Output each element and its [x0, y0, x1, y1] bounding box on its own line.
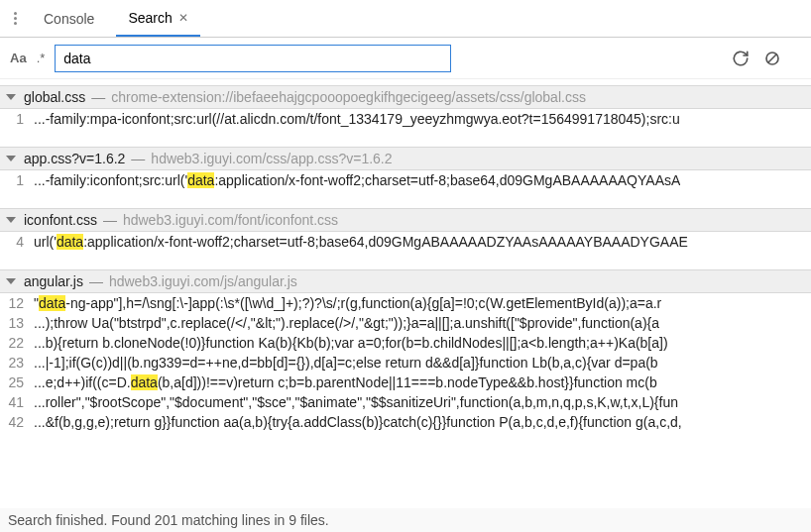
line-number: 13 — [0, 315, 34, 331]
line-content: ...);throw Ua("btstrpd",c.replace(/</,"&… — [34, 315, 659, 331]
tab-search[interactable]: Search ✕ — [116, 0, 199, 37]
regex-toggle[interactable]: .* — [37, 51, 46, 65]
match-highlight: data — [187, 172, 214, 188]
chevron-down-icon — [6, 156, 16, 161]
line-number: 41 — [0, 394, 34, 410]
kebab-menu-icon[interactable] — [8, 12, 22, 25]
match-highlight: data — [131, 374, 158, 390]
line-number: 22 — [0, 335, 34, 351]
line-content: ...-family:mpa-iconfont;src:url(//at.ali… — [34, 111, 680, 127]
result-line[interactable]: 4url('data:application/x-font-woff2;char… — [0, 232, 811, 252]
file-name: angular.js — [24, 273, 83, 289]
result-line[interactable]: 1...-family:mpa-iconfont;src:url(//at.al… — [0, 109, 811, 129]
line-content: ...roller","$rootScope","$document","$sc… — [34, 394, 678, 410]
file-path: hdweb3.iguyi.com/css/app.css?v=1.6.2 — [151, 151, 392, 166]
file-path: hdweb3.iguyi.com/js/angular.js — [109, 273, 297, 289]
result-line[interactable]: 12"data-ng-app"],h=/\sng[:\-]app(:\s*([\… — [0, 293, 811, 313]
result-line[interactable]: 41...roller","$rootScope","$document","$… — [0, 392, 811, 412]
match-highlight: data — [39, 295, 65, 311]
file-path: hdweb3.iguyi.com/font/iconfont.css — [123, 212, 338, 228]
result-group-header[interactable]: angular.js — hdweb3.iguyi.com/js/angular… — [0, 269, 811, 293]
tab-bar: Console Search ✕ — [0, 0, 811, 38]
status-bar: Search finished. Found 201 matching line… — [0, 508, 811, 532]
line-content: ...|-1];if(G(c))d||(b.ng339=d=++ne,d=bb[… — [34, 355, 658, 371]
chevron-down-icon — [6, 94, 16, 100]
result-line[interactable]: 1...-family:iconfont;src:url('data:appli… — [0, 170, 811, 190]
result-line[interactable]: 42...&f(b,g,g,e);return g}}function aa(a… — [0, 412, 811, 432]
file-name: iconfont.css — [24, 212, 97, 228]
clear-icon[interactable] — [763, 50, 781, 67]
result-line[interactable]: 13...);throw Ua("btstrpd",c.replace(/</,… — [0, 313, 811, 333]
result-group-header[interactable]: iconfont.css — hdweb3.iguyi.com/font/ico… — [0, 208, 811, 232]
result-line[interactable]: 25...e;d++)if((c=D.data(b,a[d]))!==v)ret… — [0, 372, 811, 392]
search-toolbar: Aa .* — [0, 38, 811, 79]
refresh-icon[interactable] — [732, 50, 750, 67]
search-results: global.css — chrome-extension://ibefaeeh… — [0, 85, 811, 432]
line-number: 12 — [0, 295, 34, 311]
line-content: ...b){return b.cloneNode(!0)}function Ka… — [34, 335, 668, 351]
line-number: 25 — [0, 374, 34, 390]
close-icon[interactable]: ✕ — [178, 11, 188, 25]
file-name: app.css?v=1.6.2 — [24, 151, 125, 166]
line-number: 23 — [0, 355, 34, 371]
match-highlight: data — [57, 234, 83, 250]
line-number: 4 — [0, 234, 34, 250]
chevron-down-icon — [6, 278, 16, 284]
tab-label: Search — [128, 10, 172, 26]
line-content: ...e;d++)if((c=D.data(b,a[d]))!==v)retur… — [34, 374, 657, 390]
result-group-header[interactable]: global.css — chrome-extension://ibefaeeh… — [0, 85, 811, 109]
tab-label: Console — [44, 11, 94, 27]
file-path: chrome-extension://ibefaeehajgcpooopoegk… — [111, 89, 586, 105]
result-line[interactable]: 22...b){return b.cloneNode(!0)}function … — [0, 333, 811, 353]
result-group-header[interactable]: app.css?v=1.6.2 — hdweb3.iguyi.com/css/a… — [0, 147, 811, 170]
match-case-toggle[interactable]: Aa — [10, 51, 27, 65]
line-number: 1 — [0, 172, 34, 188]
line-number: 1 — [0, 111, 34, 127]
tab-console[interactable]: Console — [32, 0, 106, 37]
result-line[interactable]: 23...|-1];if(G(c))d||(b.ng339=d=++ne,d=b… — [0, 353, 811, 372]
chevron-down-icon — [6, 217, 16, 223]
line-content: url('data:application/x-font-woff2;chars… — [34, 234, 688, 250]
file-name: global.css — [24, 89, 85, 105]
line-content: ...-family:iconfont;src:url('data:applic… — [34, 172, 680, 188]
svg-line-1 — [768, 53, 777, 62]
search-input[interactable] — [55, 45, 451, 72]
line-number: 42 — [0, 414, 34, 430]
line-content: "data-ng-app"],h=/\sng[:\-]app(:\s*([\w\… — [34, 295, 661, 311]
line-content: ...&f(b,g,g,e);return g}}function aa(a,b… — [34, 414, 682, 430]
